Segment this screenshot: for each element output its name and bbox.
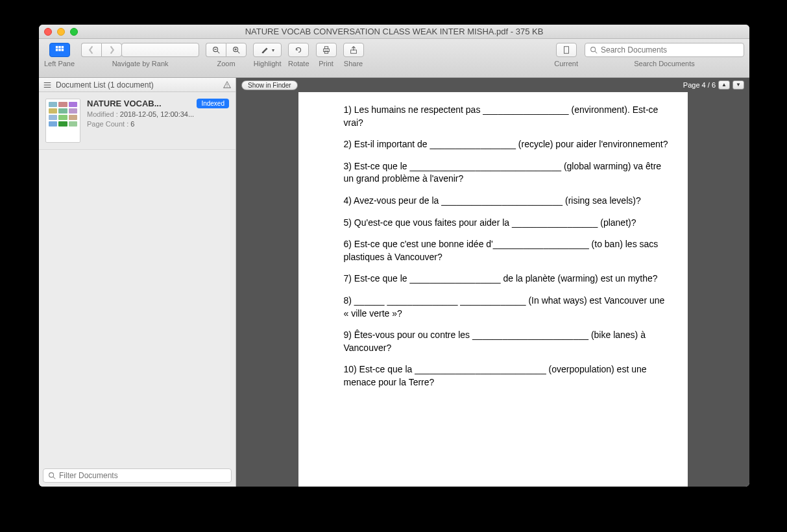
svg-rect-14	[324, 47, 328, 49]
warning-icon	[223, 80, 232, 90]
zoom-in-button[interactable]	[226, 43, 247, 57]
list-icon	[43, 80, 52, 90]
search-label: Search Documents	[585, 60, 744, 67]
pdf-text-line: 3) Est-ce que le _______________________…	[344, 160, 668, 186]
document-title: NATURE VOCAB...	[87, 99, 162, 108]
navigate-label: Navigate by Rank	[112, 60, 169, 67]
rotate-button[interactable]	[288, 43, 309, 57]
current-label: Current	[554, 60, 578, 67]
printer-icon	[322, 45, 331, 54]
window-zoom-button[interactable]	[70, 28, 78, 36]
share-button[interactable]	[343, 43, 364, 57]
rotate-icon	[294, 45, 303, 54]
highlight-label: Highlight	[254, 60, 282, 67]
svg-point-18	[591, 47, 596, 52]
pdf-text-line: 2) Est-il important de _________________…	[344, 138, 668, 151]
pdf-text-line: 9) Êtes-vous pour ou contre les ________…	[344, 329, 668, 354]
current-page-button[interactable]	[556, 43, 577, 57]
share-label: Share	[344, 60, 363, 67]
svg-rect-5	[61, 49, 64, 51]
show-in-finder-button[interactable]: Show in Finder	[241, 80, 298, 90]
svg-point-25	[49, 473, 54, 478]
pdf-text-line: 6) Est-ce que c'est une bonne idée d'___…	[344, 238, 668, 263]
modified-label: Modified :	[87, 110, 118, 118]
app-window: NATURE VOCAB CONVERSATION CLASS WEAK INT…	[39, 25, 749, 487]
svg-rect-3	[55, 49, 58, 51]
nav-forward-button[interactable]	[101, 43, 122, 57]
print-button[interactable]	[316, 43, 337, 57]
rank-field[interactable]	[121, 43, 199, 57]
page-next-button[interactable]: ▼	[733, 80, 744, 90]
highlighter-icon	[261, 45, 270, 54]
pdf-text-line: 10) Est-ce que la ______________________…	[344, 363, 668, 389]
nav-back-button[interactable]	[81, 43, 101, 57]
pdf-text-line: 8) ______ ______________ _____________ (…	[344, 295, 668, 320]
rotate-label: Rotate	[288, 60, 309, 67]
svg-rect-17	[564, 47, 568, 54]
pdf-page: 1) Les humains ne respectent pas _______…	[298, 92, 688, 487]
chevron-right-icon	[107, 45, 116, 54]
pdf-viewer[interactable]: 1) Les humains ne respectent pas _______…	[236, 92, 749, 487]
print-label: Print	[319, 60, 333, 67]
svg-rect-4	[58, 49, 61, 51]
grid-icon	[55, 45, 64, 54]
sidebar-header-text: Document List (1 document)	[56, 80, 154, 90]
filter-documents-field[interactable]	[43, 468, 232, 483]
window-title: NATURE VOCAB CONVERSATION CLASS WEAK INT…	[39, 27, 749, 36]
svg-line-26	[53, 477, 56, 479]
svg-point-24	[226, 86, 227, 87]
svg-line-19	[595, 51, 598, 54]
document-thumbnail	[45, 99, 80, 143]
content-toolbar: Show in Finder Page 4 / 6 ▲ ▼	[236, 78, 749, 92]
pdf-text-line: 7) Est-ce que le __________________ de l…	[344, 272, 668, 285]
window-minimize-button[interactable]	[57, 28, 65, 36]
zoom-in-icon	[232, 45, 241, 54]
modified-value: 2018-12-05, 12:00:34...	[120, 110, 194, 118]
zoom-out-button[interactable]	[206, 43, 226, 57]
pagecount-value: 6	[130, 120, 134, 128]
zoom-label: Zoom	[217, 60, 236, 67]
page-prev-button[interactable]: ▲	[718, 80, 730, 90]
search-input[interactable]	[601, 45, 740, 54]
search-icon	[47, 471, 56, 480]
svg-rect-1	[58, 46, 61, 49]
chevron-left-icon	[87, 45, 96, 54]
pagecount-label: Page Count :	[87, 120, 128, 128]
svg-line-10	[237, 51, 240, 54]
leftpane-toggle-button[interactable]	[49, 43, 70, 57]
document-list-item[interactable]: NATURE VOCAB... Indexed Modified : 2018-…	[39, 92, 236, 150]
page-icon	[562, 45, 571, 54]
pdf-text-line: 5) Qu'est-ce que vous faites pour aider …	[344, 217, 668, 230]
highlight-button[interactable]: ▾	[253, 43, 282, 57]
pdf-text-line: 4) Avez-vous peur de la ________________…	[344, 195, 668, 208]
leftpane-label: Left Pane	[44, 60, 75, 67]
page-indicator: Page 4 / 6	[683, 81, 716, 89]
pdf-text-line: 1) Les humains ne respectent pas _______…	[344, 104, 668, 129]
search-documents-field[interactable]	[585, 43, 744, 57]
titlebar: NATURE VOCAB CONVERSATION CLASS WEAK INT…	[39, 25, 749, 39]
window-close-button[interactable]	[44, 28, 52, 36]
share-icon	[349, 45, 358, 54]
indexed-badge: Indexed	[197, 99, 229, 108]
toolbar: Left Pane Navigate by Rank	[39, 39, 749, 78]
sidebar: Document List (1 document) NATURE VOCAB.…	[39, 78, 236, 487]
svg-line-7	[217, 51, 220, 54]
search-icon	[589, 45, 598, 54]
zoom-out-icon	[212, 45, 221, 54]
content-area: Show in Finder Page 4 / 6 ▲ ▼ 1) Les hum…	[236, 78, 749, 487]
filter-input[interactable]	[59, 471, 227, 480]
sidebar-header: Document List (1 document)	[39, 78, 236, 92]
svg-rect-2	[61, 46, 64, 49]
svg-rect-0	[55, 46, 58, 49]
